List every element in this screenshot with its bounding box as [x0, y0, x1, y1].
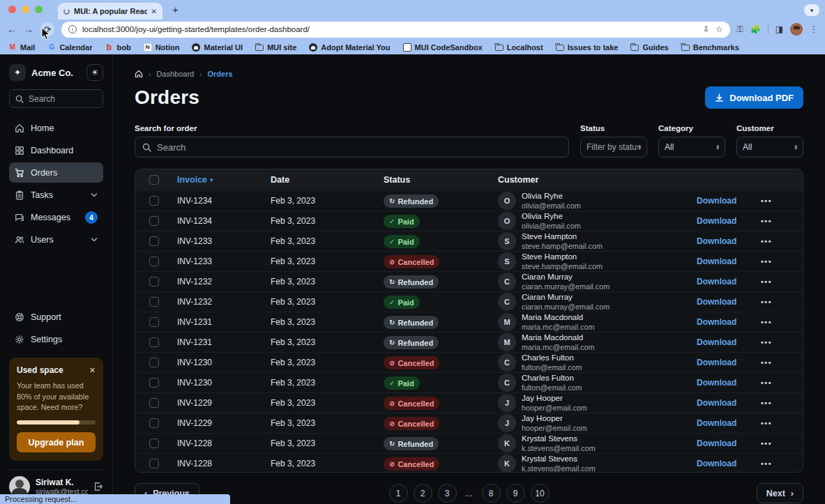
- row-checkbox[interactable]: [149, 418, 159, 428]
- row-checkbox[interactable]: [149, 398, 159, 408]
- download-link[interactable]: Download: [697, 378, 761, 388]
- bookmark-item[interactable]: Issues to take: [556, 43, 619, 52]
- bookmark-item[interactable]: Material UI: [192, 43, 243, 52]
- download-link[interactable]: Download: [697, 418, 761, 428]
- sidebar-item-settings[interactable]: Settings: [9, 329, 103, 349]
- row-menu-icon[interactable]: •••: [761, 197, 803, 205]
- home-icon[interactable]: [135, 70, 143, 78]
- browser-menu-icon[interactable]: ⋮: [810, 24, 818, 34]
- download-link[interactable]: Download: [697, 297, 761, 307]
- site-info-icon[interactable]: i: [68, 25, 77, 33]
- sidebar-item-tasks[interactable]: Tasks: [9, 185, 103, 205]
- customer-filter-select[interactable]: All ▴▾: [736, 137, 803, 158]
- bookmark-item[interactable]: Adopt Material You: [309, 43, 390, 52]
- download-link[interactable]: Download: [697, 216, 761, 226]
- row-checkbox[interactable]: [149, 378, 159, 388]
- browser-profile-avatar[interactable]: [790, 23, 803, 36]
- download-link[interactable]: Download: [697, 438, 761, 448]
- page-number-button[interactable]: 3: [438, 484, 457, 503]
- page-number-button[interactable]: 9: [506, 484, 525, 503]
- page-number-button[interactable]: 2: [414, 484, 432, 503]
- minimize-window-button[interactable]: [22, 6, 29, 13]
- download-link[interactable]: Download: [697, 337, 761, 347]
- row-menu-icon[interactable]: •••: [761, 439, 803, 448]
- close-icon[interactable]: ✕: [89, 366, 96, 375]
- select-all-checkbox[interactable]: [149, 175, 159, 185]
- row-checkbox[interactable]: [149, 257, 159, 266]
- download-link[interactable]: Download: [697, 358, 761, 367]
- download-link[interactable]: Download: [697, 398, 761, 408]
- status-filter-select[interactable]: Filter by status ▴▾: [580, 137, 647, 158]
- category-filter-select[interactable]: All ▴▾: [658, 137, 725, 158]
- tab-close-icon[interactable]: ✕: [151, 8, 157, 15]
- download-link[interactable]: Download: [697, 257, 761, 266]
- sidebar-search-input[interactable]: Search: [9, 89, 103, 108]
- theme-toggle-button[interactable]: ☀: [86, 64, 103, 81]
- row-checkbox[interactable]: [149, 317, 159, 327]
- download-link[interactable]: Download: [697, 277, 761, 287]
- sidebar-item-dashboard[interactable]: Dashboard: [9, 140, 103, 160]
- url-text[interactable]: localhost:3000/joy-ui/getting-started/te…: [82, 25, 697, 33]
- sidebar-item-users[interactable]: Users: [9, 229, 103, 250]
- back-button[interactable]: ←: [7, 24, 17, 35]
- order-search-input[interactable]: Search: [135, 137, 569, 158]
- row-menu-icon[interactable]: •••: [761, 419, 803, 427]
- browser-tab[interactable]: MUI: A popular React UI fram ✕: [58, 3, 162, 20]
- forward-button[interactable]: →: [24, 24, 33, 35]
- breadcrumb-dashboard[interactable]: Dashboard: [156, 70, 194, 78]
- download-link[interactable]: Download: [697, 459, 761, 468]
- row-menu-icon[interactable]: •••: [761, 217, 803, 225]
- download-link[interactable]: Download: [697, 236, 761, 246]
- bookmark-item[interactable]: Guides: [630, 43, 668, 52]
- acme-logo-icon[interactable]: ✦: [9, 64, 26, 81]
- password-manager-icon[interactable]: ⚿: [737, 24, 743, 34]
- row-menu-icon[interactable]: •••: [761, 277, 803, 286]
- row-checkbox[interactable]: [149, 297, 159, 307]
- row-checkbox[interactable]: [149, 459, 159, 468]
- close-window-button[interactable]: [8, 6, 16, 13]
- sidebar-item-orders[interactable]: Orders: [9, 162, 103, 183]
- side-panel-icon[interactable]: ◨: [775, 24, 783, 34]
- page-number-button[interactable]: 1: [389, 484, 408, 503]
- logout-icon[interactable]: [93, 482, 103, 491]
- row-menu-icon[interactable]: •••: [761, 399, 803, 407]
- download-link[interactable]: Download: [697, 317, 761, 327]
- bookmark-item[interactable]: bob: [105, 43, 130, 52]
- sidebar-item-support[interactable]: Support: [9, 307, 103, 327]
- install-app-icon[interactable]: ⇩: [703, 24, 710, 34]
- row-checkbox[interactable]: [149, 236, 159, 246]
- row-checkbox[interactable]: [149, 216, 159, 226]
- download-link[interactable]: Download: [697, 196, 761, 206]
- row-menu-icon[interactable]: •••: [761, 257, 803, 266]
- row-menu-icon[interactable]: •••: [761, 237, 803, 245]
- bookmark-star-icon[interactable]: ☆: [716, 24, 723, 34]
- sidebar-item-messages[interactable]: Messages 4: [9, 207, 103, 227]
- maximize-window-button[interactable]: [35, 6, 43, 13]
- page-number-button[interactable]: 10: [531, 484, 550, 503]
- page-number-button[interactable]: 8: [482, 484, 501, 503]
- row-menu-icon[interactable]: •••: [761, 358, 803, 367]
- row-checkbox[interactable]: [149, 277, 159, 287]
- row-menu-icon[interactable]: •••: [761, 459, 803, 468]
- invoice-column-header[interactable]: Invoice ▾: [177, 175, 271, 185]
- tab-search-chevron-icon[interactable]: ▾: [804, 4, 819, 16]
- page-number-button[interactable]: …: [462, 489, 476, 498]
- new-tab-button[interactable]: +: [172, 3, 179, 15]
- bookmark-item[interactable]: Benchmarks: [681, 43, 739, 52]
- bookmark-item[interactable]: Notion: [144, 43, 180, 52]
- bookmark-item[interactable]: Calendar: [47, 43, 92, 52]
- bookmark-item[interactable]: Mail: [8, 43, 35, 52]
- row-checkbox[interactable]: [149, 438, 159, 448]
- row-checkbox[interactable]: [149, 337, 159, 347]
- next-page-button[interactable]: Next ›: [757, 483, 803, 503]
- upgrade-plan-button[interactable]: Upgrade plan: [17, 432, 96, 452]
- sidebar-item-home[interactable]: Home: [9, 118, 103, 138]
- row-menu-icon[interactable]: •••: [761, 298, 803, 306]
- address-bar[interactable]: i localhost:3000/joy-ui/getting-started/…: [61, 22, 730, 38]
- row-checkbox[interactable]: [149, 196, 159, 206]
- bookmark-item[interactable]: MUI CodeSandbox: [403, 43, 483, 52]
- row-checkbox[interactable]: [149, 358, 159, 367]
- download-pdf-button[interactable]: Download PDF: [705, 86, 803, 109]
- row-menu-icon[interactable]: •••: [761, 379, 803, 387]
- bookmark-item[interactable]: MUI site: [255, 43, 296, 52]
